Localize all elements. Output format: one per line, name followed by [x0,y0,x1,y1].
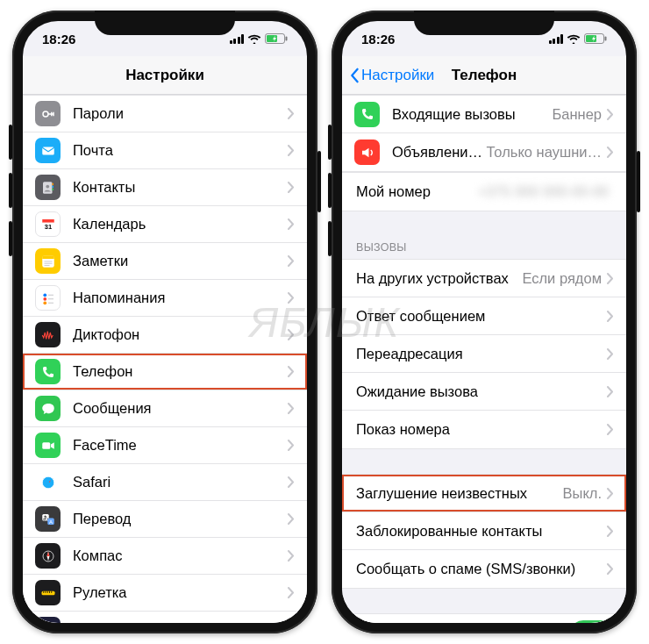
dial-assist-toggle[interactable] [570,620,614,624]
phone-icon [35,359,61,384]
back-label: Настройки [361,67,434,84]
translate-icon: あA [35,506,61,532]
svg-rect-14 [42,255,54,259]
chevron-right-icon [288,513,295,525]
notch [95,11,235,35]
navbar-title: Телефон [452,67,517,84]
row-blocked[interactable]: Заблокированные контакты [342,512,626,550]
phone-left: 18:26 Настройки ПаролиПочтаКонтакты31Кал… [12,11,317,633]
row-messages[interactable]: Сообщения [23,390,307,427]
chevron-right-icon [288,255,295,267]
chevron-right-icon [288,292,295,304]
chevron-right-icon [288,403,295,414]
row-value: Только наушни… [487,144,602,161]
row-voice[interactable]: Диктофон [23,317,307,354]
row-forwarding[interactable]: Переадресация [342,335,626,373]
svg-text:A: A [48,519,52,524]
row-notes[interactable]: Заметки [23,243,307,280]
reminders-icon [35,285,61,311]
row-text-reply[interactable]: Ответ сообщением [342,297,626,335]
my-number-value: +375 000 000-00-00 [478,183,609,200]
svg-rect-18 [42,442,50,449]
row-other-devices[interactable]: На других устройствахЕсли рядом [342,260,626,297]
svg-text:あ: あ [43,515,48,521]
row-label: Показ номера [356,421,607,438]
row-shortcuts[interactable]: Быстрые команды [23,612,307,623]
row-phone[interactable]: Телефон [23,354,307,390]
status-time: 18:26 [42,32,75,47]
chevron-right-icon [607,109,614,120]
row-label: FaceTime [73,437,288,454]
row-measure[interactable]: Рулетка [23,575,307,612]
row-translate[interactable]: あAПеревод [23,501,307,538]
settings-list[interactable]: ПаролиПочтаКонтакты31КалендарьЗаметкиНап… [23,95,307,623]
row-passwords[interactable]: Пароли [23,96,307,132]
phone-settings[interactable]: Входящие вызовыБаннерОбъявление вызововТ… [342,95,626,623]
row-label: Контакты [73,179,288,196]
chevron-right-icon [288,476,295,488]
compass-icon [35,543,61,569]
svg-rect-2 [286,37,288,41]
chevron-right-icon [607,526,614,537]
row-value: Выкл. [563,485,602,502]
signal-icon [549,34,564,44]
row-caller-id[interactable]: Показ номера [342,411,626,448]
navbar-right: Настройки Телефон [342,56,626,95]
row-contacts[interactable]: Контакты [23,169,307,206]
row-safari[interactable]: Safari [23,464,307,501]
mail-icon [35,138,61,163]
contacts-icon [35,175,61,200]
row-compass[interactable]: Компас [23,538,307,575]
chevron-right-icon [607,273,614,284]
chevron-right-icon [288,440,295,451]
chevron-right-icon [288,550,295,562]
passwords-icon [35,101,61,126]
row-label: Safari [73,474,288,490]
svg-point-16 [43,297,46,300]
svg-rect-9 [52,188,53,190]
row-announce[interactable]: Объявление вызововТолько наушни… [342,133,626,171]
row-label: Календарь [73,216,288,233]
row-label: Сообщения [73,400,288,417]
status-time: 18:26 [361,32,395,47]
row-value: Баннер [552,106,602,123]
svg-point-17 [43,301,46,304]
row-calendar[interactable]: 31Календарь [23,206,307,243]
svg-rect-31 [605,37,607,41]
voice-icon [35,322,61,347]
row-label: Ожидание вызова [356,383,607,400]
row-label: Заблокированные контакты [356,523,607,540]
row-label: Заметки [73,253,288,269]
chevron-right-icon [607,424,614,435]
notes-icon [35,248,61,274]
row-reminders[interactable]: Напоминания [23,280,307,317]
messages-icon [35,396,61,421]
row-label: Телефон [73,363,288,380]
row-my-number[interactable]: Мой номер +375 000 000-00-00 [342,173,626,211]
row-waiting[interactable]: Ожидание вызова [342,373,626,411]
row-facetime[interactable]: FaceTime [23,427,307,464]
svg-point-6 [46,184,49,188]
chevron-right-icon [288,108,295,119]
back-button[interactable]: Настройки [349,67,434,84]
battery-icon [265,33,288,44]
svg-rect-8 [52,185,53,187]
incoming-icon [354,102,380,127]
svg-rect-4 [42,147,54,154]
battery-icon [584,33,607,44]
row-incoming[interactable]: Входящие вызовыБаннер [342,96,626,133]
row-label: Сообщать о спаме (SMS/звонки) [356,561,607,577]
chevron-right-icon [607,311,614,322]
row-label: Ответ сообщением [356,308,607,325]
row-spam-report[interactable]: Сообщать о спаме (SMS/звонки) [342,550,626,588]
row-mail[interactable]: Почта [23,132,307,169]
chevron-right-icon [288,145,295,156]
row-label: Входящие вызовы [392,106,552,123]
row-label: Объявление вызовов [392,144,487,161]
row-dial-assist[interactable]: Помощь в наборе [342,614,626,623]
phone-right: 18:26 Настройки Телефон Входящие вызовыБ… [332,11,637,633]
row-silence-unknown[interactable]: Заглушение неизвестныхВыкл. [342,475,626,512]
row-label: На других устройствах [356,270,522,287]
row-label: Напоминания [73,290,288,306]
row-label: Заглушение неизвестных [356,485,563,502]
